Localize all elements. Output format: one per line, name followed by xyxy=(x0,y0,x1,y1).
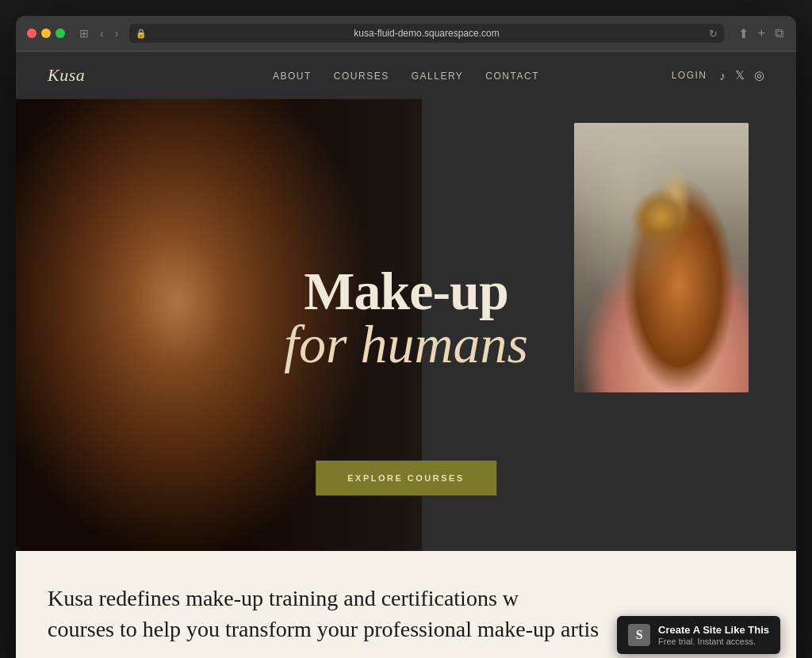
nav-links: ABOUT COURSES GALLERY CONTACT xyxy=(273,68,539,82)
duplicate-button[interactable]: ⧉ xyxy=(773,25,785,42)
instagram-icon[interactable]: ◎ xyxy=(754,68,764,82)
nav-link-gallery[interactable]: GALLERY xyxy=(412,71,464,82)
tiktok-icon[interactable]: ♪ xyxy=(720,69,726,82)
nav-item-courses[interactable]: COURSES xyxy=(334,68,389,82)
nav-item-about[interactable]: ABOUT xyxy=(273,68,312,82)
nav-right: LOGIN ♪ 𝕏 ◎ xyxy=(672,68,764,82)
below-fold-text: Kusa redefines make-up training and cert… xyxy=(48,583,603,645)
squarespace-logo: S xyxy=(628,624,650,646)
nav-link-courses[interactable]: COURSES xyxy=(334,71,389,82)
address-bar[interactable] xyxy=(129,24,723,43)
nav-item-contact[interactable]: CONTACT xyxy=(485,68,539,82)
login-link[interactable]: LOGIN xyxy=(672,70,707,81)
badge-title: Create A Site Like This xyxy=(658,624,769,636)
twitter-icon[interactable]: 𝕏 xyxy=(735,68,745,82)
hero-text-area: Make-up for humans xyxy=(284,262,528,374)
hero-title-italic: for humans xyxy=(284,315,528,374)
squarespace-badge[interactable]: S Create A Site Like This Free trial. In… xyxy=(617,616,780,654)
back-button[interactable]: ‹ xyxy=(97,26,107,40)
browser-chrome: ⊞ ‹ › 🔒 ↻ ⬆ + ⧉ xyxy=(16,16,796,52)
badge-text: Create A Site Like This Free trial. Inst… xyxy=(658,624,769,646)
traffic-lights xyxy=(27,29,65,38)
makeup-artist-photo xyxy=(574,123,749,392)
new-tab-button[interactable]: + xyxy=(756,25,767,42)
close-button[interactable] xyxy=(27,29,36,38)
explore-courses-button[interactable]: EXPLORE COURSES xyxy=(316,461,496,495)
view-icon[interactable]: ⊞ xyxy=(76,26,92,40)
share-button[interactable]: ⬆ xyxy=(737,25,750,43)
hero-title-main: Make-up xyxy=(284,262,528,321)
lock-icon: 🔒 xyxy=(136,29,147,39)
below-fold-section: Kusa redefines make-up training and cert… xyxy=(16,551,796,658)
site-logo[interactable]: Kusa xyxy=(48,65,85,86)
maximize-button[interactable] xyxy=(56,29,65,38)
forward-button[interactable]: › xyxy=(112,26,122,40)
website: Kusa ABOUT COURSES GALLERY CONTACT LOGIN xyxy=(16,52,796,658)
browser-window: ⊞ ‹ › 🔒 ↻ ⬆ + ⧉ Kusa ABOUT COURSES xyxy=(16,16,796,658)
nav-link-contact[interactable]: CONTACT xyxy=(485,71,539,82)
badge-subtitle: Free trial. Instant access. xyxy=(658,637,769,646)
minimize-button[interactable] xyxy=(41,29,51,38)
nav-link-about[interactable]: ABOUT xyxy=(273,71,312,82)
hero-secondary-image xyxy=(574,123,749,392)
nav-item-gallery[interactable]: GALLERY xyxy=(412,68,464,82)
hero-section: Make-up for humans EXPLORE COURSES xyxy=(16,99,796,551)
social-links: ♪ 𝕏 ◎ xyxy=(720,68,765,82)
browser-actions: ⬆ + ⧉ xyxy=(737,25,785,43)
browser-controls: ⊞ ‹ › xyxy=(76,26,121,40)
reload-icon[interactable]: ↻ xyxy=(709,28,718,40)
address-bar-wrapper: 🔒 ↻ xyxy=(129,24,723,43)
navigation: Kusa ABOUT COURSES GALLERY CONTACT LOGIN xyxy=(16,52,796,99)
